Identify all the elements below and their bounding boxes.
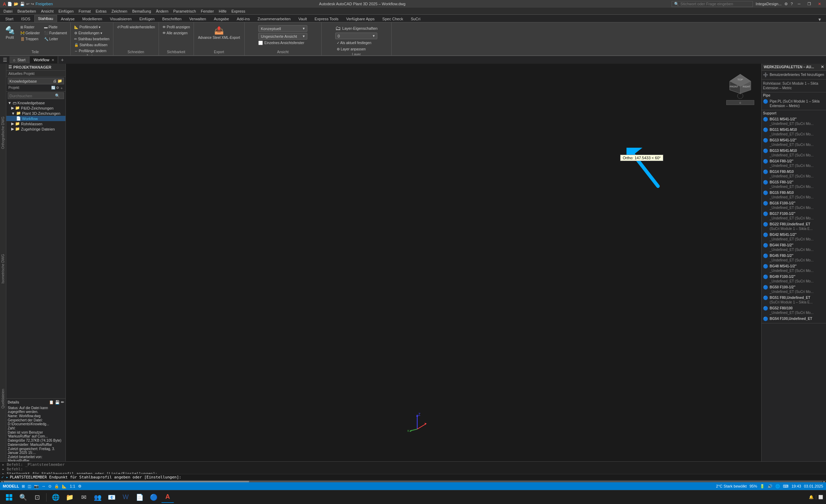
pipe-pl-item[interactable]: 🔵 Pipe.PL (SuCri Module 1 – Sikla Extens… bbox=[763, 98, 825, 109]
folder-icon[interactable]: 📁 bbox=[57, 79, 62, 83]
layer-props-icon[interactable]: 🗂 bbox=[335, 25, 341, 31]
new-icon[interactable]: 📄 bbox=[7, 2, 12, 6]
cmd-scrollbar[interactable]: ◂ ▸ bbox=[0, 480, 826, 482]
tab-isos[interactable]: ISOS bbox=[17, 15, 34, 22]
taskbar-start-btn[interactable] bbox=[3, 492, 15, 503]
tab-addins[interactable]: Add-ins bbox=[233, 15, 253, 22]
menu-bearbeiten[interactable]: Bearbeiten bbox=[15, 8, 38, 14]
btn-profil-anzeigen[interactable]: 👁 Profil anzeigen bbox=[161, 24, 191, 30]
menu-extras[interactable]: Extras bbox=[93, 8, 108, 14]
taskbar-autocad-btn[interactable]: A bbox=[161, 492, 174, 503]
menu-einfuegen[interactable]: Einfügen bbox=[56, 8, 76, 14]
plus-icon[interactable]: ＋ bbox=[60, 86, 63, 91]
settings-icon-sm[interactable]: ⚙ bbox=[56, 86, 59, 91]
taskbar-search-btn[interactable]: 🔍 bbox=[17, 492, 29, 503]
tab-ausgabe[interactable]: Ausgabe bbox=[210, 15, 233, 22]
taskbar-teams-btn[interactable]: 👥 bbox=[91, 492, 104, 503]
details-save-icon[interactable]: 💾 bbox=[55, 400, 60, 405]
dropdown-layer-0[interactable]: 0 ▾ bbox=[335, 33, 377, 39]
redo-icon[interactable]: ↪ bbox=[31, 2, 34, 6]
checkbox-einzelnes-ansichtsfenster[interactable]: Einzelnes Ansichtsfenster bbox=[258, 41, 304, 45]
tab-verwalten[interactable]: Verwalten bbox=[186, 15, 210, 22]
cmd-scroll-track[interactable] bbox=[4, 481, 822, 482]
support-item-BG48_MS41_half[interactable]: 🔵 BG48 MS41-1/2" _Undefined_ET (SuCri Mo… bbox=[763, 263, 825, 274]
menu-express[interactable]: Express bbox=[229, 8, 247, 14]
taskbar-pdf-btn[interactable]: 📄 bbox=[133, 492, 146, 503]
tab-stahlbau[interactable]: Stahlbau bbox=[34, 15, 57, 22]
menu-zeichnen[interactable]: Zeichnen bbox=[109, 8, 129, 14]
menu-ansicht[interactable]: Ansicht bbox=[39, 8, 56, 14]
refresh-icon[interactable]: 🔄 bbox=[51, 86, 55, 91]
btn-advance-steel-xml[interactable]: 📤 Advance Steel XML-Export bbox=[196, 24, 242, 41]
cmd-scroll-left[interactable]: ◂ bbox=[1, 479, 3, 483]
details-edit-icon[interactable]: ✏ bbox=[61, 400, 64, 405]
tab-expresstools[interactable]: Express Tools bbox=[311, 15, 342, 22]
dropdown-konzeptuell[interactable]: Konzeptuell ▾ bbox=[258, 25, 307, 32]
menu-datei[interactable]: Datei bbox=[1, 8, 15, 14]
menu-parametrisch[interactable]: Parametrisch bbox=[171, 8, 198, 14]
tab-vault[interactable]: Vault bbox=[294, 15, 310, 22]
support-item-BG22_F80[interactable]: 🔵 BG22 F80,Undefined_ET (SuCri Module 1 … bbox=[763, 221, 825, 232]
settings-icon[interactable]: ⚙ bbox=[784, 2, 788, 6]
menu-hilfe[interactable]: Hilfe bbox=[217, 8, 229, 14]
support-item-BG52_F80_100[interactable]: 🔵 BG52 F80/100 _Undefined_ET (SuCri Mo..… bbox=[763, 305, 825, 316]
details-copy-icon[interactable]: 📋 bbox=[49, 400, 54, 405]
search-input[interactable] bbox=[8, 93, 54, 99]
ribbon-toggle-icon[interactable]: ▼ bbox=[818, 17, 822, 22]
tab-zusammenarbeiten[interactable]: Zusammenarbeiten bbox=[254, 15, 295, 22]
menu-aendern[interactable]: Ändern bbox=[154, 8, 170, 14]
restore-btn[interactable]: ❐ bbox=[805, 2, 813, 6]
status-circle-icon[interactable]: ⊙ bbox=[48, 484, 51, 489]
taskbar-show-desktop-btn[interactable]: ⬜ bbox=[816, 495, 823, 499]
status-settings-icon[interactable]: ⚙ bbox=[78, 484, 82, 489]
status-network-icon[interactable]: 🌐 bbox=[775, 484, 780, 489]
btn-layer-anpassen[interactable]: ⚙ Layer anpassen bbox=[335, 47, 367, 52]
taskbar-edge-btn[interactable]: 🌐 bbox=[49, 492, 62, 503]
new-tab-btn[interactable]: + bbox=[59, 56, 66, 63]
menu-format[interactable]: Format bbox=[76, 8, 93, 14]
support-item-BG17_F100_half[interactable]: 🔵 BG17 F100-1/2" _Undefined_ET (SuCri Mo… bbox=[763, 211, 825, 221]
cmd-scroll-right[interactable]: ▸ bbox=[823, 479, 825, 483]
btn-fundament[interactable]: ⬛ Fundament bbox=[43, 30, 68, 36]
tab-workflow-file[interactable]: Workflow ✕ bbox=[30, 56, 58, 63]
support-item-BG13_MS41_M10[interactable]: 🔵 BG13 MS41-M10 _Undefined_ET (SuCri Mo.… bbox=[763, 148, 825, 158]
dropdown-ungesicherte-ansicht[interactable]: Ungesicherte Ansicht ▾ bbox=[258, 33, 307, 40]
minimize-btn[interactable]: ─ bbox=[796, 2, 803, 6]
cube-btn[interactable]: ⌂ bbox=[726, 100, 754, 105]
tab-visualisieren[interactable]: Visualisieren bbox=[106, 15, 135, 22]
support-item-BG45_F80_half[interactable]: 🔵 BG45 F80-1/2" _Undefined_ET (SuCri Mo.… bbox=[763, 253, 825, 263]
tree-workflow[interactable]: 📄 Workflow bbox=[6, 116, 65, 121]
btn-leiter[interactable]: 🔧 Leiter bbox=[43, 36, 68, 42]
support-item-BG51_F80[interactable]: 🔵 BG51 F80,Undefined_ET (SuCri Module 1 … bbox=[763, 295, 825, 305]
command-input[interactable] bbox=[184, 475, 825, 479]
app-logo-icon[interactable]: A bbox=[3, 1, 6, 7]
btn-alle-anzeigen[interactable]: 👁 Alle anzeigen bbox=[161, 30, 191, 36]
tab-modellieren[interactable]: Modellieren bbox=[78, 15, 106, 22]
support-item-BG44_F80_half[interactable]: 🔵 BG44 F80-1/2" _Undefined_ET (SuCri Mo.… bbox=[763, 242, 825, 253]
btn-stahlbau-bearbeiten[interactable]: ✏ Stahlbau bearbeiten bbox=[73, 36, 111, 42]
tab-start-file[interactable]: ⌂ Start bbox=[9, 56, 29, 63]
support-item-BG13_MS41_half[interactable]: 🔵 BG13 MS41-1/2" _Undefined_ET (SuCri Mo… bbox=[763, 137, 825, 148]
btn-raster[interactable]: ⊞ Raster bbox=[19, 24, 41, 30]
status-modell[interactable]: MODELL bbox=[3, 484, 19, 488]
rp-close-icon[interactable]: ✕ bbox=[821, 65, 824, 69]
btn-einstellungen[interactable]: ⚙ Einstellungen ▾ bbox=[73, 30, 104, 36]
tab-beschriften[interactable]: Beschriften bbox=[159, 15, 186, 22]
viewport-cube[interactable]: TOP RIGHT FRONT N ⌂ bbox=[726, 71, 754, 99]
status-grid-icon[interactable]: ⊞ bbox=[22, 484, 25, 489]
title-search-input[interactable] bbox=[680, 2, 750, 6]
tree-pid[interactable]: ▶ 📁 P&ID-Zeichnungen bbox=[6, 105, 65, 111]
projekt-dropdown[interactable]: Knowledgebase 🖨 📁 bbox=[8, 78, 64, 84]
support-item-BG15_F80_half[interactable]: 🔵 BG15 F80-1/2" _Undefined_ET (SuCri Mo.… bbox=[763, 179, 825, 190]
tab-close-icon[interactable]: ✕ bbox=[51, 58, 54, 62]
status-snap-icon[interactable]: ◫ bbox=[28, 484, 31, 489]
btn-als-aktuell-festlegen[interactable]: ✓ Als aktuell festlegen bbox=[335, 40, 373, 46]
menu-bemasssung[interactable]: Bemaßung bbox=[130, 8, 153, 14]
tab-sucri[interactable]: SuCri bbox=[407, 15, 425, 22]
taskbar-word-btn[interactable]: W bbox=[119, 492, 132, 503]
tab-analyse[interactable]: Analyse bbox=[57, 15, 78, 22]
help-icon[interactable]: ? bbox=[791, 2, 793, 6]
tab-verfuegbareapps[interactable]: Verfügbare Apps bbox=[342, 15, 378, 22]
status-scale[interactable]: 1:1 bbox=[70, 484, 75, 488]
search-magnify-icon[interactable]: 🔍 bbox=[54, 93, 61, 99]
